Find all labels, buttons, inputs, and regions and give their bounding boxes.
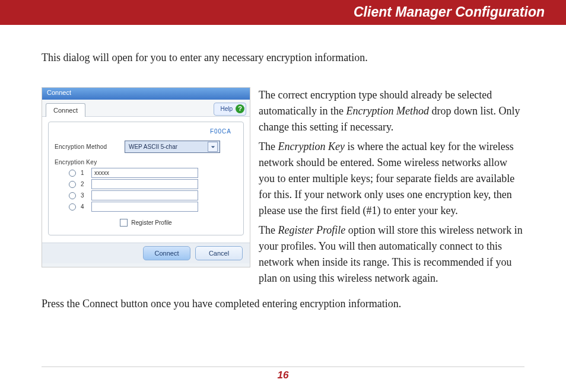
footer-rule [42, 366, 524, 367]
key-radio-2[interactable] [69, 181, 76, 188]
key-radio-3[interactable] [69, 192, 76, 199]
key-field-3[interactable] [91, 190, 198, 200]
paragraph-1: The correct encryption type should alrea… [259, 87, 524, 135]
key-row-3: 3 [69, 190, 237, 200]
header-title: Client Manager Configuration [354, 4, 545, 20]
encryption-method-value: WEP ASCII 5-char [129, 144, 177, 150]
encryption-method-label: Encryption Method [55, 144, 125, 150]
page-number: 16 [0, 369, 566, 381]
key-num-2: 2 [81, 181, 87, 187]
network-name: F00CA [55, 128, 231, 135]
dialog-button-row: Connect Cancel [42, 243, 250, 263]
chevron-down-icon [208, 142, 218, 152]
dialog-panel: F00CA Encryption Method WEP ASCII 5-char… [48, 122, 244, 235]
dialog-tab-row: Connect Help ? [42, 100, 250, 117]
register-profile-checkbox[interactable] [120, 219, 128, 227]
help-icon: ? [236, 104, 244, 113]
paragraph-3: The Register Profile option will store t… [259, 222, 524, 286]
key-row-1: 1 xxxxx [69, 168, 237, 178]
key-num-1: 1 [81, 170, 87, 176]
tab-connect[interactable]: Connect [46, 103, 85, 117]
intro-text: This dialog will open for you to enter a… [42, 50, 524, 66]
register-profile-label: Register Profile [131, 219, 171, 226]
key-radio-4[interactable] [69, 203, 76, 211]
cancel-button[interactable]: Cancel [195, 246, 243, 260]
key-field-1[interactable]: xxxxx [91, 168, 198, 178]
key-num-3: 3 [81, 192, 87, 199]
body-copy: The correct encryption type should alrea… [259, 87, 524, 290]
dialog-titlebar: Connect [42, 88, 250, 100]
key-row-2: 2 [69, 179, 237, 189]
connect-button[interactable]: Connect [143, 246, 190, 260]
page-body: This dialog will open for you to enter a… [0, 25, 566, 392]
key-radio-1[interactable] [69, 170, 76, 177]
key-row-4: 4 [69, 202, 237, 212]
connect-dialog-screenshot: Connect Connect Help ? F00CA Encryption … [42, 87, 250, 267]
paragraph-2: The Encryption Key is where the actual k… [259, 139, 524, 219]
help-label: Help [220, 106, 233, 112]
key-num-4: 4 [81, 203, 87, 210]
header-bar: Client Manager Configuration [0, 0, 566, 25]
help-button[interactable]: Help ? [214, 103, 246, 116]
key-field-4[interactable] [91, 202, 198, 212]
key-field-2[interactable] [91, 179, 198, 189]
encryption-method-dropdown[interactable]: WEP ASCII 5-char [125, 141, 220, 153]
paragraph-4: Press the Connect button once you have c… [42, 296, 524, 312]
encryption-key-label: Encryption Key [55, 159, 237, 165]
